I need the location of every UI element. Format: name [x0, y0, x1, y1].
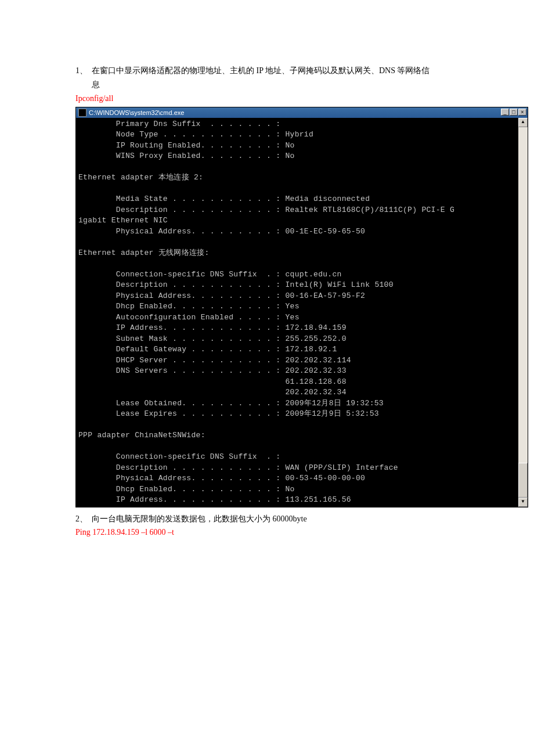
cmd-icon: [78, 109, 86, 117]
question-2: 2、向一台电脑无限制的发送数据包，此数据包大小为 60000byte: [75, 512, 459, 526]
titlebar[interactable]: C:\WINDOWS\system32\cmd.exe _ □ ×: [76, 107, 528, 118]
q1-number: 1、: [75, 64, 92, 78]
q2-answer: Ping 172.18.94.159 –l 6000 –t: [75, 528, 459, 537]
scroll-up-button[interactable]: ▲: [518, 118, 528, 127]
close-button[interactable]: ×: [518, 109, 526, 116]
cmd-window: C:\WINDOWS\system32\cmd.exe _ □ × Primar…: [75, 107, 528, 507]
question-1: 1、在窗口中显示网络适配器的物理地址、主机的 IP 地址、子网掩码以及默认网关、…: [75, 64, 459, 92]
q1-text-line2: 息: [92, 78, 459, 92]
q1-answer: Ipconfig/all: [75, 94, 459, 103]
scroll-track[interactable]: [518, 127, 528, 498]
scroll-thumb[interactable]: [518, 463, 528, 498]
window-title: C:\WINDOWS\system32\cmd.exe: [89, 109, 184, 116]
maximize-button[interactable]: □: [510, 109, 518, 116]
terminal-wrap: Primary Dns Suffix . . . . . . . : Node …: [76, 118, 528, 507]
minimize-button[interactable]: _: [501, 109, 509, 116]
scroll-down-button[interactable]: ▼: [518, 498, 528, 507]
q2-text: 向一台电脑无限制的发送数据包，此数据包大小为 60000byte: [92, 512, 452, 526]
q2-number: 2、: [75, 512, 92, 526]
window-buttons: _ □ ×: [501, 109, 526, 116]
terminal-output[interactable]: Primary Dns Suffix . . . . . . . : Node …: [76, 118, 518, 507]
scrollbar[interactable]: ▲ ▼: [518, 118, 528, 507]
document-page: 1、在窗口中显示网络适配器的物理地址、主机的 IP 地址、子网掩码以及默认网关、…: [0, 0, 534, 756]
q1-text-line1: 在窗口中显示网络适配器的物理地址、主机的 IP 地址、子网掩码以及默认网关、DN…: [92, 64, 452, 78]
